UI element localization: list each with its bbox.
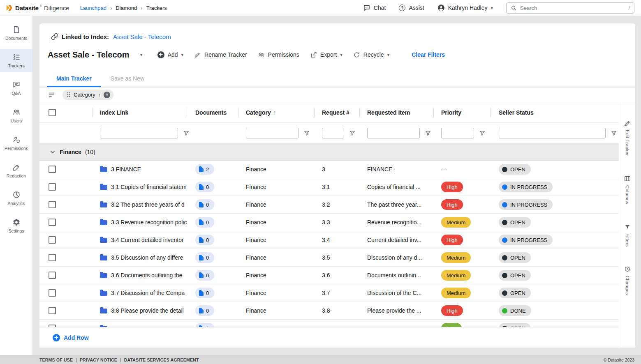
sidebar-item-settings[interactable]: Settings [0,214,32,237]
sidebar-item-users[interactable]: Users [0,104,32,127]
group-by-icon[interactable] [48,91,55,99]
add-row-button[interactable]: Add Row [53,334,89,341]
index-link-text[interactable]: 3.3 Revenue recognition polic [111,219,187,226]
columns-button[interactable]: Columns [624,175,631,204]
status-pill[interactable]: OPEN [499,270,531,281]
priority-pill[interactable]: Medium [441,252,471,263]
index-link-text[interactable]: 3.5 Discussion of any differe [111,254,183,261]
recycle-button[interactable]: Recycle ▾ [353,51,389,58]
search-box[interactable]: / [506,2,634,14]
documents-count-chip[interactable]: 0 [195,288,214,298]
index-link-text[interactable]: 3 FINANCE [111,166,141,173]
sidebar-item-documents[interactable]: Documents [0,22,32,45]
documents-count-chip[interactable]: 0 [195,182,214,192]
filter-input-seller-status[interactable] [499,128,606,138]
sidebar-item-qa[interactable]: Q&A [0,77,32,100]
documents-count-chip[interactable]: 0 [195,217,214,228]
status-pill[interactable]: IN PROGRESS [499,235,553,245]
user-menu[interactable]: Kathryn Hadley ▾ [437,4,493,12]
add-button[interactable]: Add ▾ [157,51,183,58]
group-header-finance[interactable]: Finance (10) [39,143,619,161]
row-checkbox[interactable] [49,201,56,208]
index-link-text[interactable]: 3.8 Please provide the detail [111,307,184,314]
sidebar-item-permissions[interactable]: Permissions [0,132,32,155]
column-header-seller-status[interactable]: Seller Status [491,102,619,122]
filter-input-index-link[interactable] [100,128,178,138]
filter-funnel-icon[interactable] [479,130,486,136]
row-checkbox[interactable] [49,289,56,297]
filters-button[interactable]: Filters [624,223,631,247]
index-link-text[interactable]: 3.2 The past three years of d [111,201,185,208]
row-checkbox[interactable] [49,272,56,279]
index-link-text[interactable]: 3.7 Discussion of the Compa [111,290,185,296]
breadcrumb-launchpad[interactable]: Launchpad [80,5,106,11]
documents-count-chip[interactable]: 2 [195,164,214,175]
documents-count-chip[interactable]: 0 [195,252,214,263]
priority-pill[interactable]: Low [441,323,462,327]
sidebar-item-trackers[interactable]: Trackers [0,49,32,72]
breadcrumb-diamond[interactable]: Diamond [116,5,137,11]
documents-count-chip[interactable]: 0 [195,270,214,281]
edit-tracker-button[interactable]: Edit Tracker [624,120,631,156]
index-link-text[interactable]: 3.6 Documents outlining the [111,272,183,279]
linked-index-link[interactable]: Asset Sale - Telecom [113,33,171,40]
filter-input-requested-item[interactable] [367,128,420,138]
chevron-down-icon[interactable] [49,149,56,155]
priority-pill[interactable]: High [441,182,463,192]
changes-button[interactable]: Changes [624,265,631,295]
remove-chip-icon[interactable]: × [104,92,110,98]
filter-funnel-icon[interactable] [349,130,356,136]
clear-filters-button[interactable]: Clear Filters [412,51,445,58]
priority-pill[interactable]: Medium [441,270,471,281]
services-agreement-link[interactable]: DATASITE SERVICES AGREEMENT [124,357,199,362]
sidebar-item-redaction[interactable]: Redaction [0,159,32,182]
filter-input-request[interactable] [322,128,344,138]
column-header-priority[interactable]: Priority [434,102,491,122]
sidebar-item-analytics[interactable]: Analytics [0,187,32,210]
filter-input-priority[interactable] [441,128,474,138]
row-checkbox[interactable] [49,236,56,244]
priority-pill[interactable]: Medium [441,217,471,228]
tracker-select-caret[interactable]: ▾ [140,52,143,58]
index-link-text[interactable]: 3.4 Current detailed inventor [111,237,184,243]
row-checkbox[interactable] [49,166,56,173]
export-button[interactable]: Export ▾ [310,51,342,58]
terms-of-use-link[interactable]: TERMS OF USE [39,357,73,362]
filter-funnel-icon[interactable] [303,130,310,136]
status-pill[interactable]: OPEN [499,288,531,298]
grouping-chip-category[interactable]: Category ↑ × [62,90,113,100]
select-all-checkbox[interactable] [49,109,56,116]
row-checkbox[interactable] [49,219,56,226]
filter-funnel-icon[interactable] [425,130,431,136]
status-pill[interactable]: OPEN [499,164,531,175]
index-link-text[interactable]: 3.1 Copies of financial statem [111,184,187,190]
column-header-category[interactable]: Category↑ [238,102,315,122]
documents-count-chip[interactable]: 0 [195,199,214,210]
status-pill[interactable]: DONE [499,305,531,316]
priority-pill[interactable]: High [441,235,463,245]
row-checkbox[interactable] [49,307,56,314]
status-pill[interactable]: OPEN [499,323,531,327]
row-checkbox[interactable] [49,183,56,191]
permissions-button[interactable]: Permissions [258,51,299,58]
tab-save-as-new[interactable]: Save as New [101,71,154,87]
documents-count-chip[interactable]: 0 [195,235,214,245]
priority-pill[interactable]: High [441,199,463,210]
filter-funnel-icon[interactable] [611,130,617,136]
priority-pill[interactable]: — [441,164,447,175]
assist-button[interactable]: ? Assist [399,5,424,11]
priority-pill[interactable]: High [441,305,463,316]
column-header-requested-item[interactable]: Requested Item [360,102,434,122]
status-pill[interactable]: OPEN [499,217,531,228]
status-pill[interactable]: IN PROGRESS [499,199,553,210]
column-header-documents[interactable]: Documents [187,102,238,122]
tab-main-tracker[interactable]: Main Tracker [47,71,101,87]
privacy-notice-link[interactable]: PRIVACY NOTICE [80,357,117,362]
rename-tracker-button[interactable]: Rename Tracker [194,51,247,58]
status-pill[interactable]: OPEN [499,252,531,263]
search-input[interactable] [520,5,625,11]
filter-input-category[interactable] [246,128,299,138]
documents-count-chip[interactable]: 0 [195,305,214,316]
row-checkbox[interactable] [49,254,56,261]
column-header-index-link[interactable]: Index Link [93,102,187,122]
